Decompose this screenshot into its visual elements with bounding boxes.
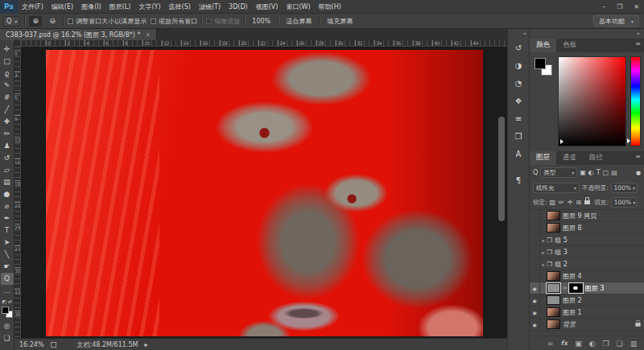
fill-field[interactable]: 100% ▾ — [611, 197, 637, 208]
foreground-background-colors[interactable] — [2, 307, 13, 318]
layer-mask-thumbnail[interactable] — [569, 283, 583, 293]
filter-pixel-layers-icon[interactable]: ▣ — [580, 169, 586, 176]
link-layers-icon[interactable]: ∞ — [547, 340, 554, 348]
lasso-tool-icon[interactable]: ϱ — [1, 68, 14, 80]
lock-all-icon[interactable] — [584, 200, 590, 204]
close-tab-icon[interactable]: × — [145, 31, 151, 39]
hue-slider[interactable] — [630, 56, 641, 146]
opacity-field[interactable]: 100% ▾ — [611, 183, 638, 193]
adjustment-layer-icon[interactable]: ◐ — [589, 340, 596, 348]
layer-thumbnail[interactable] — [547, 307, 560, 317]
fill-screen-button[interactable]: 填充屏幕 — [324, 17, 356, 26]
menu-item[interactable]: 滤镜(T) — [195, 2, 225, 11]
close-icon[interactable]: ✕ — [634, 3, 639, 10]
marquee-tool-icon[interactable]: □ — [1, 56, 14, 68]
expand-panels-icon[interactable]: « — [523, 31, 526, 39]
layer-row[interactable]: ◉ ▸ ❒ ∞ 背景 — [530, 319, 644, 331]
move-tool-icon[interactable]: ✛ — [1, 43, 14, 56]
quick-selection-tool-icon[interactable]: ✎ — [1, 80, 14, 92]
expand-group-icon[interactable]: ▸ — [542, 261, 544, 267]
hue-marker-icon[interactable] — [627, 138, 630, 143]
quick-mask-mode-button[interactable]: ◎ — [1, 320, 14, 332]
visibility-eye-icon[interactable]: ◉ — [532, 298, 536, 303]
layer-row[interactable]: ◉ ▸ ❒ ∞ 图层 3 — [530, 282, 644, 294]
menu-item[interactable]: 文件(F) — [18, 2, 47, 11]
type-tool-icon[interactable]: T — [1, 224, 14, 237]
layer-thumbnail[interactable] — [547, 295, 560, 305]
layer-thumbnail[interactable] — [547, 271, 560, 281]
clone-stamp-tool-icon[interactable]: ♟ — [1, 140, 14, 152]
filter-type-layers-icon[interactable]: T — [597, 169, 601, 176]
tab-paths[interactable]: 路径 — [583, 151, 609, 165]
lock-artboard-icon[interactable]: ⊞ — [576, 199, 582, 206]
vertical-scrollbar[interactable] — [498, 117, 505, 221]
layer-row[interactable]: ◉ ▸ ❒ ∞ 图层 4 — [530, 270, 644, 282]
layer-name[interactable]: 组 3 — [555, 248, 568, 257]
crop-tool-icon[interactable]: # — [1, 92, 14, 104]
history-brush-tool-icon[interactable]: ↺ — [1, 152, 14, 164]
new-group-icon[interactable]: ❒ — [603, 340, 609, 348]
delete-layer-icon[interactable]: ▥ — [630, 340, 638, 348]
eraser-tool-icon[interactable]: ▱ — [1, 164, 14, 176]
brush-tool-icon[interactable]: ✏ — [1, 128, 14, 140]
lock-transparent-pixels-icon[interactable]: ▨ — [550, 199, 556, 206]
layer-row[interactable]: ◉ ▸ ❒ ∞ 图层 1 — [530, 307, 644, 319]
actual-pixels-button[interactable]: 100% — [249, 18, 274, 25]
mask-link-icon[interactable]: ∞ — [563, 285, 568, 291]
layer-name[interactable]: 图层 2 — [563, 296, 582, 305]
fit-screen-button[interactable]: 适合屏幕 — [283, 17, 315, 26]
filter-toggle-icon[interactable]: ● — [636, 170, 641, 176]
layer-name[interactable]: 组 2 — [555, 260, 568, 269]
layer-thumbnail[interactable] — [547, 211, 560, 220]
layer-name[interactable]: 图层 1 — [563, 308, 582, 317]
visibility-eye-icon[interactable]: ◉ — [532, 322, 536, 327]
zoom-in-button[interactable]: ⊕ — [29, 16, 42, 27]
layer-row[interactable]: ◉ ▸ ❒ ∞ 图层 8 — [530, 222, 644, 234]
zoom-level-field[interactable]: 16.24% — [19, 341, 44, 348]
layer-name[interactable]: 图层 4 — [563, 272, 582, 281]
masks-panel-icon[interactable]: ◔ — [511, 76, 526, 89]
styles-panel-icon[interactable]: ❖ — [511, 94, 526, 107]
blend-mode-dropdown[interactable]: 线性光 ▾ — [533, 183, 580, 193]
menu-item[interactable]: 窗口(W) — [282, 2, 314, 11]
layer-row[interactable]: ◉ ▸ ❒ ∞ 组 2 — [530, 258, 644, 270]
tab-swatches[interactable]: 色板 — [556, 39, 583, 52]
layer-thumbnail[interactable] — [547, 223, 560, 233]
foreground-color-swatch[interactable] — [535, 58, 546, 69]
zoom-tool-icon[interactable]: Q — [1, 273, 14, 285]
eyedropper-tool-icon[interactable]: ╱ — [1, 104, 14, 116]
layer-effects-icon[interactable]: fx — [561, 340, 568, 347]
filter-adjustment-layers-icon[interactable]: ◐ — [588, 169, 594, 176]
visibility-eye-icon[interactable]: ◉ — [532, 286, 536, 291]
menu-item[interactable]: 选择(S) — [165, 2, 195, 11]
current-tool-dropdown[interactable]: Q ▾ — [3, 16, 20, 27]
layer-name[interactable]: 图层 3 — [585, 284, 605, 293]
menu-item[interactable]: 帮助(H) — [315, 2, 345, 11]
character-panel-icon[interactable]: A — [511, 147, 526, 160]
filter-shape-layers-icon[interactable]: □ — [603, 169, 609, 176]
tab-color[interactable]: 颜色 — [530, 39, 556, 52]
menu-item[interactable]: 文字(Y) — [134, 2, 164, 11]
healing-brush-tool-icon[interactable]: ✚ — [1, 116, 14, 128]
adjustments-panel-icon[interactable]: ◑ — [511, 59, 526, 72]
clone-source-panel-icon[interactable]: ❐ — [511, 130, 526, 142]
ramp-marker-icon[interactable] — [560, 139, 564, 144]
expand-group-icon[interactable]: ▸ — [542, 237, 544, 243]
expand-group-icon[interactable]: ▸ — [542, 249, 544, 255]
foreground-color-swatch[interactable] — [2, 307, 9, 314]
lock-position-icon[interactable]: ✛ — [568, 199, 573, 206]
document-tab[interactable]: C383-037.psd @ 16.2% (图层 3, RGB/8*) * × — [0, 29, 157, 40]
swap-colors-icon[interactable]: ⇄ — [8, 299, 12, 304]
menu-item[interactable]: 视图(V) — [252, 2, 283, 11]
paragraph-panel-icon[interactable]: ¶ — [511, 174, 526, 187]
workspace-switcher[interactable]: 基本功能 ▾ — [593, 15, 639, 27]
layer-name[interactable]: 图层 9 拷贝 — [563, 212, 597, 220]
new-layer-icon[interactable]: ❏ — [617, 340, 623, 348]
layer-thumbnail[interactable] — [547, 319, 560, 329]
minimize-icon[interactable]: – — [602, 3, 605, 10]
hand-tool-icon[interactable]: ☛ — [1, 261, 14, 273]
menu-item[interactable]: 3D(D) — [225, 3, 252, 10]
layer-row[interactable]: ◉ ▸ ❒ ∞ 组 3 — [530, 246, 644, 258]
history-panel-icon[interactable]: ↺ — [511, 41, 526, 54]
restore-icon[interactable]: ❐ — [617, 3, 622, 10]
